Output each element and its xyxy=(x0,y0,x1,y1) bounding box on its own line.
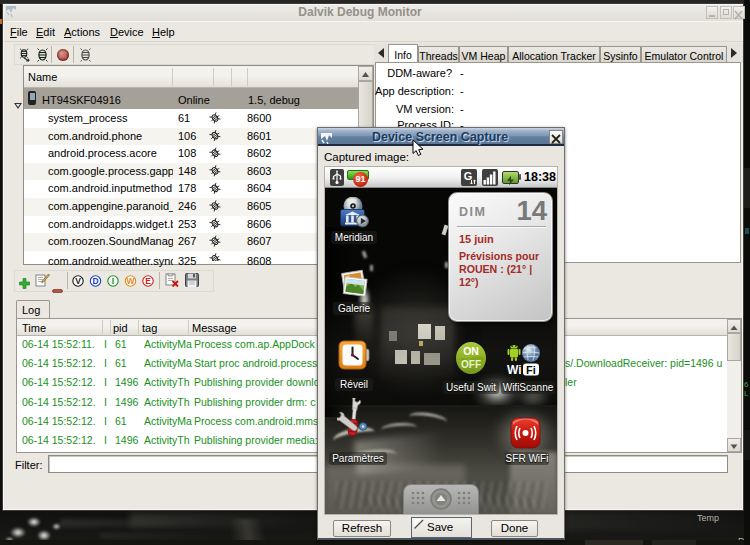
svg-text:G: G xyxy=(464,170,473,182)
svg-text:Wi: Wi xyxy=(507,363,522,377)
svg-text:V: V xyxy=(75,276,81,286)
svg-text:ON: ON xyxy=(463,345,479,357)
svg-text:Fi: Fi xyxy=(526,364,536,376)
svg-text:OFF: OFF xyxy=(461,359,481,370)
svg-text:I: I xyxy=(112,276,114,286)
svg-text:E: E xyxy=(145,276,151,286)
svg-text:W: W xyxy=(126,276,135,286)
svg-text:D: D xyxy=(92,276,98,286)
